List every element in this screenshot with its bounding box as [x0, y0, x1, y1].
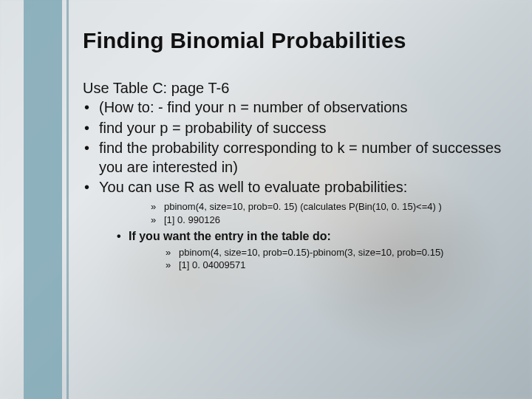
bullet-item: (How to: - find your n = number of obser… [83, 98, 510, 117]
slide-content: Finding Binomial Probabilities Use Table… [83, 28, 510, 272]
nested-list: If you want the entry in the table do: [83, 229, 510, 245]
main-bullet-list: (How to: - find your n = number of obser… [83, 98, 510, 197]
side-accent-line [66, 0, 69, 399]
sub-list-2: pbinom(4, size=10, prob=0.15)-pbinom(3, … [83, 246, 510, 272]
bullet-item: find your p = probability of success [83, 119, 510, 138]
sub-list-1: pbinom(4, size=10, prob=0. 15) (calculat… [83, 200, 510, 226]
sub-item: [1] 0. 04009571 [83, 259, 510, 272]
bullet-item: find the probability corresponding to k … [83, 139, 510, 177]
slide-title: Finding Binomial Probabilities [83, 28, 510, 53]
sub-item: pbinom(4, size=10, prob=0.15)-pbinom(3, … [83, 246, 510, 259]
sub-item: [1] 0. 990126 [83, 214, 510, 227]
nested-bullet: If you want the entry in the table do: [83, 229, 510, 245]
side-accent-bar [24, 0, 62, 399]
bullet-item: You can use R as well to evaluate probab… [83, 178, 510, 197]
sub-item: pbinom(4, size=10, prob=0. 15) (calculat… [83, 200, 510, 214]
intro-line: Use Table C: page T-6 [83, 80, 510, 97]
